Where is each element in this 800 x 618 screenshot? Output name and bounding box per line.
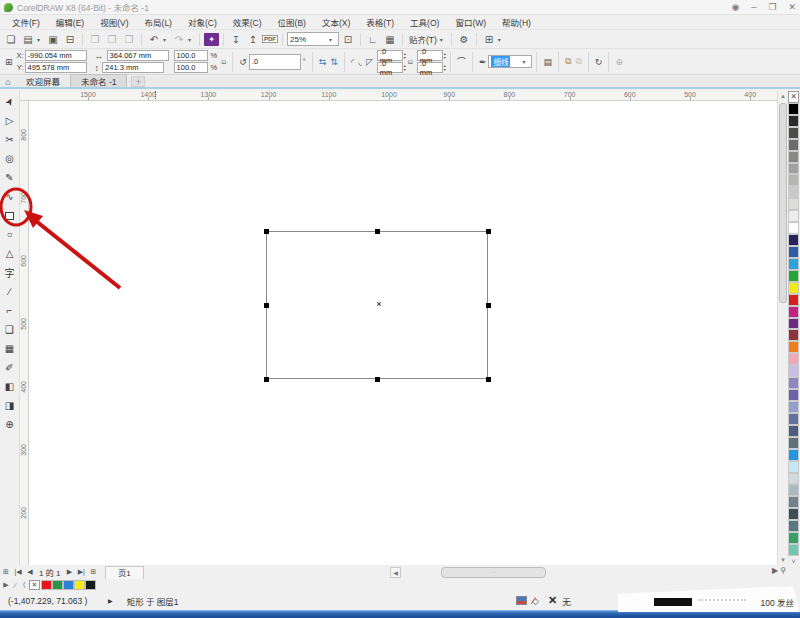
corner-radius-br-field[interactable]: .0 mm [417,62,443,73]
menu-item-9[interactable]: 工具(O) [402,15,447,29]
freehand-tool[interactable]: ✎ [1,168,19,187]
corner-radius-bl-field[interactable]: .0 mm [377,62,403,73]
drawing-canvas[interactable]: × [29,101,777,565]
menu-item-10[interactable]: 窗口(W) [447,15,494,29]
show-rulers-icon[interactable]: ∟ [365,32,381,47]
relative-corner-scaling-icon[interactable]: ⌒ [455,55,468,68]
palette-swatch[interactable] [788,127,799,139]
close-button[interactable]: ✕ [788,2,796,12]
y-position-field[interactable]: 495.578 mm [25,62,87,73]
docpal-swatch[interactable] [52,580,63,590]
last-page-button[interactable]: ▶| [75,568,87,576]
scale-y-field[interactable]: 100.0 [174,62,208,73]
paste-icon[interactable]: ❐ [121,32,137,47]
docpal-pen-icon[interactable]: ∕ [11,582,19,589]
palette-swatch[interactable] [788,389,799,401]
tab-untitled-document[interactable]: 未命名 -1 [70,74,127,87]
object-height-field[interactable]: 241.3 mm [102,62,164,73]
artistic-media-tool[interactable]: ∿ [1,187,19,206]
menu-item-2[interactable]: 视图(V) [92,15,136,29]
palette-swatch[interactable] [788,508,799,520]
vertical-ruler[interactable]: 800700600500400300200 [20,101,29,565]
selection-handle[interactable] [264,377,269,382]
unlink-icon[interactable]: ⧉ [573,56,583,67]
palette-swatch[interactable] [788,425,799,437]
undo-icon[interactable]: ↶ [146,32,162,47]
cut-icon[interactable]: ❐ [87,32,103,47]
horizontal-scrollbar[interactable]: ◀ ⋯ [390,566,770,578]
page-1-tab[interactable]: 页1 [105,566,143,579]
add-page-right-button[interactable]: ⊞ [87,568,99,576]
palette-swatch[interactable] [788,151,799,163]
export-icon[interactable]: ↥ [245,32,261,47]
link-icon[interactable]: ⧉ [563,56,573,67]
text-tool[interactable]: 字 [1,263,19,282]
lock-ratio-icon[interactable]: ⊡ [219,58,228,65]
menu-item-3[interactable]: 布局(L) [137,15,180,29]
palette-swatch[interactable] [788,222,799,234]
import-icon[interactable]: ↧ [228,32,244,47]
ellipse-tool[interactable]: ○ [1,225,19,244]
palette-scroll-down-icon[interactable]: ˅ [791,558,795,565]
palette-swatch[interactable] [788,413,799,425]
application-launcher-icon[interactable]: ⊞ [481,32,497,47]
menu-item-8[interactable]: 表格(T) [358,15,402,29]
minimize-button[interactable]: – [751,2,756,12]
tab-welcome-screen[interactable]: 欢迎屏幕 [16,74,70,87]
palette-no-color-swatch[interactable]: ✕ [788,91,799,103]
show-grid-icon[interactable]: ▦ [382,32,398,47]
palette-swatch[interactable] [788,544,799,556]
scalloped-corner-icon[interactable]: ◟ [356,57,364,67]
transparency-tool[interactable]: ▦ [1,339,19,358]
palette-swatch[interactable] [788,377,799,389]
scroll-left-icon[interactable]: ◀ [390,567,401,578]
palette-swatch[interactable] [788,318,799,330]
add-page-left-button[interactable]: ⊞ [0,568,12,576]
selection-handle[interactable] [375,229,380,234]
palette-swatch[interactable] [788,198,799,210]
convert-to-curves-icon[interactable]: ↻ [593,57,605,67]
selection-handle[interactable] [486,229,491,234]
palette-swatch[interactable] [788,294,799,306]
object-width-field[interactable]: 364.067 mm [107,50,169,61]
palette-swatch[interactable] [788,329,799,341]
palette-swatch[interactable] [788,401,799,413]
scale-x-field[interactable]: 100.0 [174,50,208,61]
crop-tool[interactable]: ✂ [1,130,19,149]
launcher-caret[interactable]: ▾ [498,36,505,43]
rotation-angle-field[interactable]: .0 [249,54,301,70]
customize-toolbox-button[interactable]: ⊕ [1,415,19,434]
selection-handle[interactable] [486,377,491,382]
nav-zoom-icon[interactable]: ⚲ [780,566,786,575]
outline-width-combo[interactable]: 细线 ▾ [488,55,532,68]
palette-swatch[interactable] [788,353,799,365]
menu-item-1[interactable]: 编辑(E) [48,15,92,29]
menu-item-4[interactable]: 对象(C) [180,15,225,29]
restore-button[interactable]: ❐ [768,2,776,12]
publish-pdf-icon[interactable]: PDF [262,35,278,43]
mirror-horizontal-icon[interactable]: ⇆ [317,57,329,67]
options-gear-icon[interactable]: ⚙ [456,32,472,47]
docpal-swatch[interactable] [41,580,52,590]
open-dropdown-caret[interactable]: ▾ [37,36,44,43]
open-icon[interactable]: ▤ [20,32,36,47]
next-page-button[interactable]: ▶ [63,568,75,576]
palette-swatch[interactable] [788,270,799,282]
search-content-icon[interactable]: ✦ [204,33,219,46]
palette-swatch[interactable] [788,520,799,532]
home-icon[interactable]: ⌂ [0,77,16,87]
vertical-scroll-thumb[interactable] [779,103,787,303]
fullscreen-preview-icon[interactable]: ⊡ [340,32,356,47]
palette-swatch[interactable] [788,210,799,222]
selected-rectangle-shape[interactable]: × [266,231,488,379]
horizontal-ruler[interactable]: 1500140013001200110010009008007006005004… [20,91,778,101]
first-page-button[interactable]: |◀ [12,568,24,576]
interactive-fill-tool[interactable]: ◨ [1,396,19,415]
docpal-no-color-swatch[interactable]: ✕ [29,580,40,590]
palette-swatch[interactable] [788,282,799,294]
menu-item-11[interactable]: 帮助(H) [494,15,539,29]
palette-swatch[interactable] [788,174,799,186]
menu-item-6[interactable]: 位图(B) [270,15,314,29]
pan-nav-icon[interactable]: ▶ [772,566,778,575]
undo-dropdown-caret[interactable]: ▾ [163,36,170,43]
